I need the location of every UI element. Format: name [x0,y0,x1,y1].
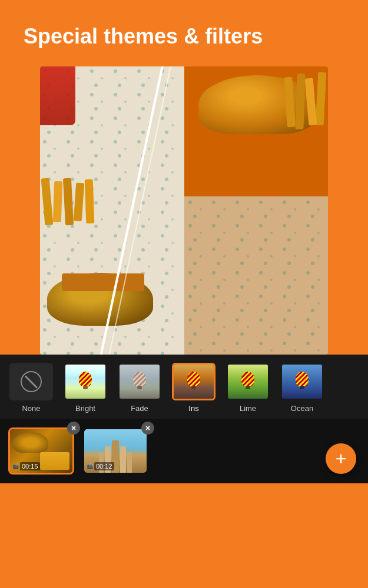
filter-none[interactable]: None [5,363,58,413]
clip2-duration: 00:12 [94,462,114,470]
page-title: Special themes & filters [24,24,344,49]
filter-lime[interactable]: Lime [221,363,274,413]
filter-section: None Bright Fade [0,355,368,419]
filter-ins-label: Ins [188,404,198,413]
filter-ocean[interactable]: Ocean [276,363,329,413]
filter-none-label: None [22,404,40,413]
timeline-clip-2[interactable]: 🎬 00:12 × [82,427,148,475]
filter-fade-label: Fade [131,404,148,413]
header: Special themes & filters [0,0,368,61]
add-button-icon: + [336,449,347,468]
add-clip-button[interactable]: + [326,443,356,474]
filter-lime-label: Lime [240,404,256,413]
filter-bright-label: Bright [75,404,95,413]
clip1-duration-bar: 🎬 00:15 [12,462,40,470]
clip2-duration-bar: 🎬 00:12 [87,462,114,470]
timeline-clip-1[interactable]: 🎬 00:15 × [8,427,74,475]
filter-ins[interactable]: Ins [167,363,220,413]
filter-ocean-label: Ocean [291,404,313,413]
clip1-duration: 00:15 [20,462,40,470]
clip2-close-button[interactable]: × [141,422,154,435]
timeline-section: 🎬 00:15 × 🎬 00:12 [0,419,368,483]
filter-row: None Bright Fade [0,355,368,419]
main-image [40,66,328,355]
main-image-area [0,61,368,355]
svg-rect-7 [184,196,329,355]
filter-fade[interactable]: Fade [113,363,166,413]
filter-bright[interactable]: Bright [59,363,112,413]
clip1-close-button[interactable]: × [67,422,80,435]
